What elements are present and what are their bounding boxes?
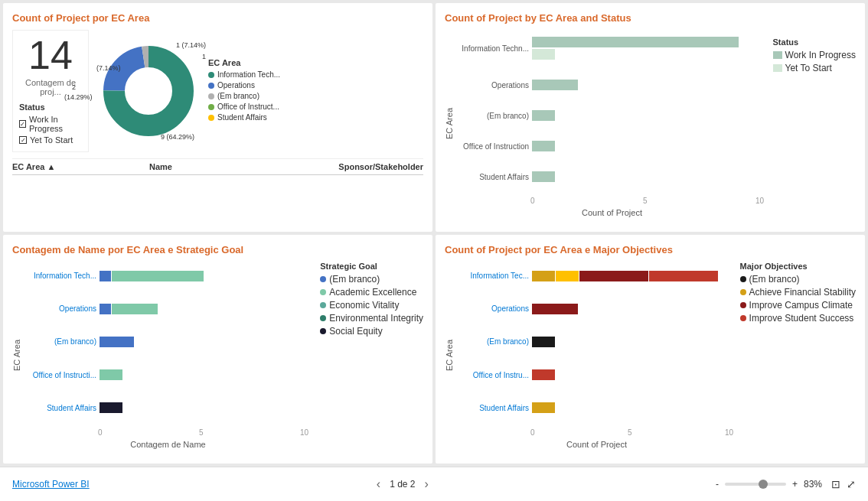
panel-bl-title: Contagem de Name por EC Area e Strategic… bbox=[12, 244, 423, 255]
bl-label-student[interactable]: Student Affairs bbox=[28, 404, 96, 412]
tick-5: 5 bbox=[643, 197, 648, 205]
zoom-minus[interactable]: - bbox=[716, 479, 719, 490]
bl-label-office[interactable]: Office of Instructi... bbox=[28, 371, 96, 379]
br-y-axis-container: EC Area bbox=[445, 262, 457, 449]
donut-svg bbox=[95, 37, 202, 145]
bl-academic-ops bbox=[112, 304, 158, 314]
br-label-embranco[interactable]: (Em branco) bbox=[460, 337, 529, 346]
tr-chart-inner: Information Techn... Operations bbox=[460, 30, 856, 217]
br-legend-campus: Improve Campus Climate bbox=[740, 300, 856, 311]
bl-tick-5: 5 bbox=[199, 428, 204, 437]
bl-blank-embranco bbox=[100, 337, 134, 347]
page-navigation: ‹ 1 de 2 › bbox=[374, 477, 432, 491]
powerbi-link[interactable]: Microsoft Power BI bbox=[12, 479, 90, 490]
legend-student: Student Affairs bbox=[208, 113, 280, 122]
br-fin2-infotech bbox=[556, 271, 579, 281]
bl-social-student bbox=[100, 402, 122, 413]
br-group-embranco bbox=[532, 337, 555, 347]
tr-legend-wip-label: Work In Progress bbox=[785, 50, 856, 60]
table-header: EC Area ▲ Name Sponsor/Stakeholder bbox=[12, 159, 423, 175]
br-tick-0: 0 bbox=[530, 428, 535, 437]
status-yts-label: Yet To Start bbox=[30, 135, 73, 145]
bl-swatch-blank bbox=[320, 276, 326, 282]
br-label-infotech[interactable]: Information Tec... bbox=[460, 272, 529, 280]
bl-legend-env-label: Environmental Integrity bbox=[329, 313, 423, 324]
bl-group-embranco bbox=[100, 337, 134, 347]
bar-group-ops bbox=[532, 80, 764, 90]
tr-legend-title: Status bbox=[773, 37, 856, 47]
bl-label-embranco[interactable]: (Em branco) bbox=[28, 337, 96, 346]
donut-label-3: (7.14%) bbox=[96, 64, 121, 72]
status-title: Status bbox=[19, 102, 82, 112]
bl-label-infotech[interactable]: Information Tech... bbox=[28, 272, 96, 280]
bar-group-office bbox=[532, 141, 764, 151]
br-y-axis-label: EC Area bbox=[445, 340, 454, 371]
bl-group-infotech bbox=[100, 271, 204, 281]
donut-label-2: 1 bbox=[202, 53, 206, 60]
prev-page-button[interactable]: ‹ bbox=[374, 477, 383, 491]
legend-infotech: Information Tech... bbox=[208, 70, 280, 79]
br-bar-row-ops: Operations bbox=[460, 304, 733, 314]
col-name: Name bbox=[149, 162, 286, 171]
tr-legend-wip-swatch bbox=[773, 51, 782, 59]
zoom-thumb[interactable] bbox=[759, 480, 768, 489]
bl-blank-ops bbox=[100, 304, 111, 314]
br-legend: Major Objectives (Em branco) Achieve Fin… bbox=[740, 262, 856, 326]
bl-legend-social: Social Equity bbox=[320, 326, 423, 337]
br-tick-10: 10 bbox=[725, 428, 733, 437]
bl-group-student bbox=[100, 402, 122, 413]
bar-label-infotech: Information Techn... bbox=[460, 44, 529, 53]
br-bar-row-office: Office of Instru... bbox=[460, 369, 733, 380]
bl-label-ops[interactable]: Operations bbox=[28, 304, 96, 313]
bl-legend-academic-label: Academic Excellence bbox=[329, 287, 416, 298]
project-count: 14 bbox=[28, 35, 73, 75]
bl-y-axis-container: EC Area bbox=[12, 262, 24, 449]
bar-row-office: Office of Instruction bbox=[460, 141, 764, 151]
br-label-student[interactable]: Student Affairs bbox=[460, 404, 529, 412]
br-swatch-financial bbox=[740, 289, 746, 295]
donut-label-1: 1 (7.14%) bbox=[176, 41, 206, 49]
col-ecarea: EC Area ▲ bbox=[12, 162, 149, 171]
bl-bar-row-infotech: Information Tech... bbox=[28, 271, 308, 281]
bar-label-embranco: (Em branco) bbox=[460, 112, 529, 120]
donut-legend: EC Area Information Tech... Operations bbox=[208, 58, 280, 124]
bar-row-embranco: (Em branco) bbox=[460, 110, 764, 121]
bar-group-infotech bbox=[532, 37, 764, 60]
status-yts: ✓ Yet To Start bbox=[19, 135, 82, 145]
br-x-ticks: 0 5 10 bbox=[460, 428, 856, 437]
br-financial-infotech bbox=[532, 271, 555, 281]
bl-chart-container: EC Area Information Tech... Operations bbox=[12, 262, 423, 449]
br-bar-row-student: Student Affairs bbox=[460, 402, 733, 413]
zoom-slider[interactable] bbox=[725, 483, 786, 486]
expand-icon[interactable]: ⤢ bbox=[847, 478, 856, 490]
br-bar-row-embranco: (Em branco) bbox=[460, 337, 733, 347]
br-label-office[interactable]: Office of Instru... bbox=[460, 371, 529, 379]
br-group-office bbox=[532, 369, 555, 380]
bottom-bar: Microsoft Power BI ‹ 1 de 2 › - + 83% ⊡ … bbox=[0, 467, 868, 501]
br-x-axis-label: Count of Project bbox=[460, 440, 856, 449]
bl-y-axis-label: EC Area bbox=[12, 340, 21, 371]
bl-tick-0: 0 bbox=[98, 428, 103, 437]
bl-legend-blank: (Em branco) bbox=[320, 274, 423, 285]
br-swatch-student bbox=[740, 315, 746, 321]
legend-label-office: Office of Instruct... bbox=[217, 102, 279, 111]
donut-label-6: 9 (64.29%) bbox=[161, 133, 194, 141]
bl-tick-10: 10 bbox=[300, 428, 308, 437]
legend-label-infotech: Information Tech... bbox=[217, 70, 280, 79]
next-page-button[interactable]: › bbox=[422, 477, 432, 491]
br-student-office bbox=[532, 369, 555, 380]
panel-bottom-right: Count of Project por EC Area e Major Obj… bbox=[436, 235, 865, 464]
br-group-ops bbox=[532, 304, 578, 314]
status-wip-label: Work In Progress bbox=[29, 115, 82, 133]
fit-to-screen-icon[interactable]: ⊡ bbox=[831, 478, 840, 490]
br-legend-financial-label: Achieve Financial Stability bbox=[749, 287, 856, 298]
br-label-ops[interactable]: Operations bbox=[460, 304, 529, 313]
panel-bottom-left: Contagem de Name por EC Area e Strategic… bbox=[3, 235, 432, 464]
zoom-plus[interactable]: + bbox=[792, 479, 798, 490]
br-legend-financial: Achieve Financial Stability bbox=[740, 287, 856, 298]
bar-label-ops: Operations bbox=[460, 81, 529, 89]
tr-legend-wip: Work In Progress bbox=[773, 50, 856, 60]
br-legend-campus-label: Improve Campus Climate bbox=[749, 300, 853, 311]
br-fin-student bbox=[532, 402, 555, 413]
br-legend-blank-label: (Em branco) bbox=[749, 274, 800, 285]
